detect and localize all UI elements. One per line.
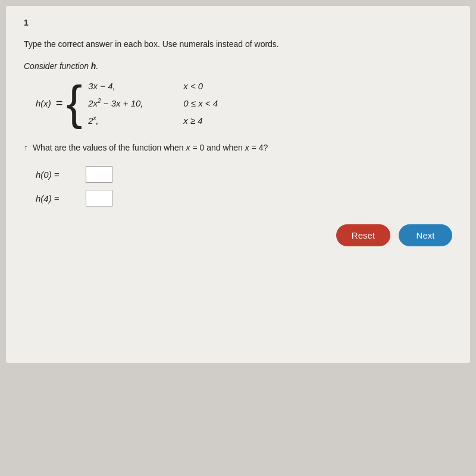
function-block: h(x) = { 3x − 4, x < 0 2x2 − 3x + 10, 0 …	[36, 79, 452, 127]
piecewise-cases: 3x − 4, x < 0 2x2 − 3x + 10, 0 ≤ x < 4 2…	[88, 79, 218, 127]
next-button[interactable]: Next	[399, 224, 452, 246]
case-condition-2: 0 ≤ x < 4	[183, 98, 218, 108]
answer-row-h0: h(0) =	[36, 166, 452, 183]
buttons-row: Reset Next	[24, 224, 452, 246]
h0-label: h(0) =	[36, 170, 83, 180]
case-expr-3: 2x,	[88, 115, 165, 126]
brace-container: { 3x − 4, x < 0 2x2 − 3x + 10, 0 ≤ x < 4…	[67, 79, 218, 127]
h0-input[interactable]	[86, 166, 112, 183]
reset-button[interactable]: Reset	[336, 224, 390, 246]
case-expr-2: 2x2 − 3x + 10,	[88, 98, 165, 108]
big-brace-symbol: {	[67, 79, 83, 127]
cursor-arrow: ↑	[24, 141, 28, 154]
function-name-italic: h	[91, 61, 96, 71]
equals-sign: =	[56, 96, 63, 110]
question-number: 1	[24, 18, 452, 27]
case-expr-1: 3x − 4,	[88, 81, 165, 91]
h4-input[interactable]	[86, 190, 112, 206]
instruction-text: Type the correct answer in each box. Use…	[24, 38, 452, 51]
function-label: h(x)	[36, 98, 51, 108]
page-container: 1 Type the correct answer in each box. U…	[6, 6, 470, 363]
case-row-3: 2x, x ≥ 4	[88, 115, 218, 126]
case-row-2: 2x2 − 3x + 10, 0 ≤ x < 4	[88, 98, 218, 108]
case-row-1: 3x − 4, x < 0	[88, 81, 218, 91]
answer-row-h4: h(4) =	[36, 190, 452, 206]
h4-label: h(4) =	[36, 193, 83, 203]
consider-label: Consider function h.	[24, 61, 452, 71]
case-condition-1: x < 0	[183, 81, 203, 91]
case-condition-3: x ≥ 4	[183, 115, 202, 126]
question-text: ↑ What are the values of the function wh…	[24, 141, 452, 154]
